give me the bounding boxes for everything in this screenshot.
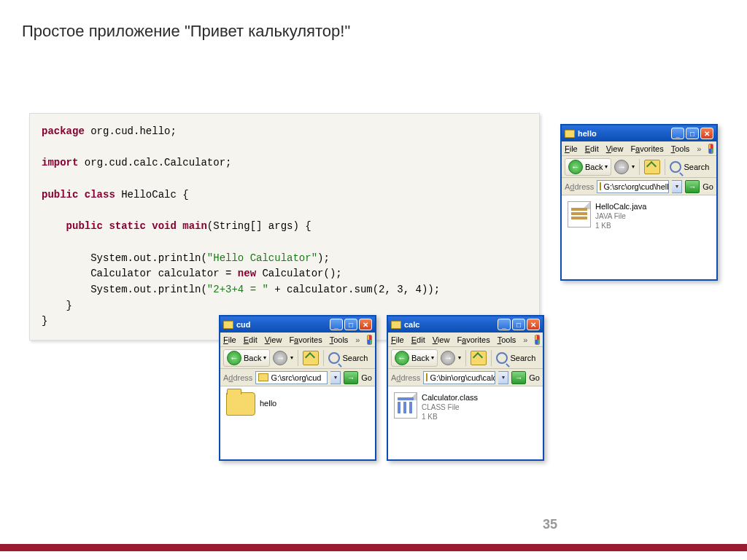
minimize-button[interactable]: _ [671,128,684,139]
toolbar: ← Back ▾ → ▾ Search [562,156,716,178]
go-button[interactable]: → [685,180,700,193]
up-button[interactable] [644,160,660,174]
folder-icon [600,182,601,190]
address-input[interactable]: G:\src\org\cud\hello [597,180,669,193]
windows-logo-icon [367,335,372,345]
maximize-button[interactable]: □ [512,319,525,330]
menu-overflow[interactable]: » [355,335,360,344]
titlebar[interactable]: hello _ □ ✕ [562,125,716,141]
code-block: package org.cud.hello; import org.cud.ca… [29,113,540,341]
menu-overflow[interactable]: » [697,144,701,153]
kw-package: package [42,125,85,137]
file-item[interactable]: HelloCalc.java JAVA File 1 KB [568,201,711,230]
window-title: hello [578,129,671,138]
folder-item[interactable]: hello [226,392,369,416]
menu-view[interactable]: View [433,335,450,344]
up-button[interactable] [303,351,319,365]
address-input[interactable]: G:\bin\org\cud\calc [423,371,495,384]
go-button[interactable]: → [511,371,526,384]
go-label: Go [361,373,372,382]
search-icon [496,352,508,364]
back-icon: ← [395,351,409,365]
back-button[interactable]: ← Back ▾ [565,158,611,176]
search-icon [328,352,340,364]
file-pane[interactable]: HelloCalc.java JAVA File 1 KB [562,195,716,241]
toolbar: ← Back ▾ → ▾ Search [220,347,375,369]
java-file-icon [568,201,591,228]
folder-name: hello [260,398,276,408]
file-pane[interactable]: hello [220,386,375,426]
close-button[interactable]: ✕ [700,128,713,139]
footer-bar [0,544,747,551]
address-input[interactable]: G:\src\org\cud [255,371,328,384]
address-dropdown[interactable]: ▾ [672,180,682,193]
file-type: CLASS File [422,402,478,412]
windows-logo-icon [535,335,540,345]
menu-favorites[interactable]: Favorites [630,144,663,153]
menu-tools[interactable]: Tools [498,335,516,344]
address-label: Address [565,182,594,191]
menu-tools[interactable]: Tools [330,335,349,344]
file-size: 1 KB [595,221,646,230]
file-size: 1 KB [422,412,478,421]
back-button[interactable]: ← Back ▾ [391,349,438,367]
explorer-window-cud: cud _ □ ✕ File Edit View Favorites Tools… [219,315,376,461]
forward-button[interactable]: → [441,351,455,365]
menubar: File Edit View Favorites Tools » [220,332,375,347]
folder-icon [226,392,255,416]
maximize-button[interactable]: □ [686,128,699,139]
window-title: cud [236,320,330,329]
forward-button[interactable]: → [614,160,629,174]
menu-overflow[interactable]: » [523,335,527,344]
folder-icon [426,373,427,381]
window-title: calc [404,320,498,329]
search-icon [670,161,681,173]
search-button[interactable]: Search [496,352,535,364]
file-type: JAVA File [595,211,646,221]
file-name: HelloCalc.java [595,201,646,211]
search-button[interactable]: Search [670,161,709,173]
titlebar[interactable]: cud _ □ ✕ [220,316,375,332]
file-pane[interactable]: Calculator.class CLASS File 1 KB [388,386,543,432]
file-item[interactable]: Calculator.class CLASS File 1 KB [394,392,537,421]
titlebar[interactable]: calc _ □ ✕ [388,316,543,332]
folder-icon [258,373,268,381]
menu-view[interactable]: View [606,144,624,153]
menu-favorites[interactable]: Favorites [457,335,489,344]
menu-file[interactable]: File [391,335,404,344]
menu-view[interactable]: View [265,335,282,344]
menu-tools[interactable]: Tools [671,144,690,153]
go-label: Go [529,373,540,382]
windows-logo-icon [708,144,713,154]
close-button[interactable]: ✕ [359,319,372,330]
menu-edit[interactable]: Edit [244,335,258,344]
minimize-button[interactable]: _ [498,319,511,330]
back-icon: ← [227,351,241,365]
kw-main: public static void main [42,220,207,232]
menu-edit[interactable]: Edit [411,335,425,344]
menu-edit[interactable]: Edit [585,144,599,153]
back-button[interactable]: ← Back ▾ [223,349,270,367]
close-button[interactable]: ✕ [527,319,540,330]
menu-file[interactable]: File [565,144,578,153]
menubar: File Edit View Favorites Tools » [388,332,543,347]
addressbar: Address G:\src\org\cud ▾ → Go [220,369,375,386]
folder-icon [565,130,575,138]
menu-favorites[interactable]: Favorites [289,335,322,344]
explorer-window-calc: calc _ □ ✕ File Edit View Favorites Tool… [387,315,544,461]
search-button[interactable]: Search [328,352,368,364]
page-number: 35 [543,517,557,532]
toolbar: ← Back ▾ → ▾ Search [388,347,543,369]
slide-title: Простое приложение "Привет калькулятор!" [22,22,350,41]
go-button[interactable]: → [344,371,358,384]
back-icon: ← [568,160,583,174]
address-dropdown[interactable]: ▾ [330,371,341,384]
up-button[interactable] [471,351,487,365]
file-name: Calculator.class [422,392,478,402]
maximize-button[interactable]: □ [344,319,357,330]
forward-button[interactable]: → [273,351,287,365]
class-file-icon [394,392,417,419]
minimize-button[interactable]: _ [330,319,343,330]
menu-file[interactable]: File [223,335,236,344]
address-dropdown[interactable]: ▾ [498,371,508,384]
